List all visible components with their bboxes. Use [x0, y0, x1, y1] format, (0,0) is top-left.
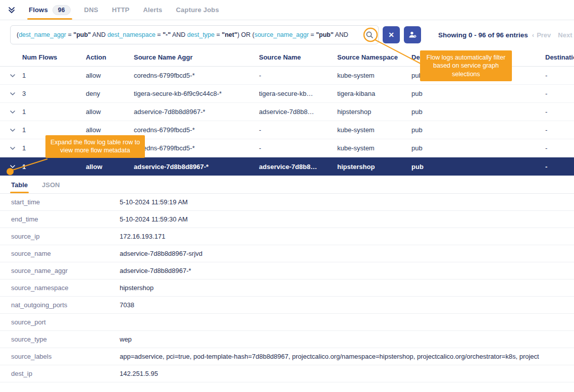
filter-settings-button[interactable]: [404, 26, 421, 43]
cell-destination-name: -: [545, 72, 574, 79]
cell-destination-name: -: [545, 126, 574, 134]
cell-source-namespace: hipstershop: [337, 108, 411, 116]
user-gear-icon: [408, 31, 417, 39]
cell-source-name: -: [259, 126, 337, 134]
expand-chevron-icon[interactable]: [10, 147, 22, 150]
tab-capture-jobs-label: Capture Jobs: [176, 6, 219, 14]
cell-action: allow: [86, 108, 134, 116]
close-icon: ✕: [388, 31, 394, 39]
table-row[interactable]: 1 allow adservice-7d8b8d8967-* adservice…: [0, 103, 574, 121]
cell-source-name-aggr: coredns-6799fbcd5-*: [134, 126, 259, 134]
tab-alerts-label: Alerts: [143, 6, 162, 14]
pagination-next[interactable]: Next›: [558, 31, 574, 39]
detail-row: source_name_aggr adservice-7d8b8d8967-*: [0, 262, 574, 279]
query-token: dest_namespace: [108, 31, 155, 38]
cell-dest-name-aggr: pub: [411, 144, 545, 152]
cell-source-name: adservice-7d8b8…: [259, 108, 337, 116]
tab-capture-jobs[interactable]: Capture Jobs: [176, 0, 219, 20]
detail-row: dest_ip 142.251.5.95: [0, 365, 574, 382]
expand-chevron-icon[interactable]: [10, 110, 22, 114]
query-token: AND: [171, 31, 187, 38]
detail-value: app=adservice, pci=true, pod-template-ha…: [120, 353, 574, 360]
chevron-left-icon: ‹: [532, 31, 534, 39]
callout-expand-hint: Expand the flow log table row to view mo…: [45, 135, 145, 158]
tab-http-label: HTTP: [112, 6, 130, 14]
header-destination-name: Destination Name: [545, 53, 574, 62]
detail-value: wep: [120, 335, 574, 343]
expand-chevron-icon[interactable]: [10, 129, 22, 132]
cell-action: deny: [86, 90, 134, 97]
tab-dns[interactable]: DNS: [84, 0, 98, 20]
detail-row: source_name adservice-7d8b8d8967-srjvd: [0, 245, 574, 262]
query-token: ) OR (: [237, 31, 254, 38]
detail-key: source_type: [11, 335, 120, 343]
detail-value: adservice-7d8b8d8967-srjvd: [120, 250, 574, 257]
query-token: "pub": [73, 31, 91, 38]
cell-source-name: tigera-secure-kb…: [259, 90, 337, 97]
top-tabs-bar: Flows 96 DNS HTTP Alerts Capture Jobs: [0, 0, 574, 20]
cell-dest-name-aggr: pub: [411, 126, 545, 134]
clear-filter-button[interactable]: ✕: [383, 26, 400, 43]
detail-key: source_namespace: [11, 284, 120, 292]
expand-chevron-icon[interactable]: [10, 74, 22, 77]
cell-action: allow: [86, 163, 134, 171]
cell-destination-name: -: [545, 163, 574, 171]
detail-tab-json[interactable]: JSON: [42, 181, 60, 193]
detail-key: source_port: [11, 318, 120, 326]
pagination-prev[interactable]: ‹Prev: [532, 31, 551, 39]
cell-num-flows: 1: [22, 72, 86, 79]
cell-destination-name: -: [545, 108, 574, 116]
query-token: dest_type: [187, 31, 215, 38]
detail-tabs: Table JSON: [0, 176, 574, 194]
detail-key: end_time: [11, 215, 120, 223]
flow-filter-input[interactable]: (dest_name_aggr = "pub" AND dest_namespa…: [10, 25, 379, 44]
cell-source-name: -: [259, 72, 337, 79]
detail-row: source_namespace hipstershop: [0, 279, 574, 297]
detail-value: adservice-7d8b8d8967-*: [120, 267, 574, 274]
header-action: Action: [86, 53, 134, 62]
cell-dest-name-aggr: pub: [411, 163, 545, 171]
query-token: dest_name_aggr: [19, 31, 66, 38]
expand-chevron-icon[interactable]: [10, 165, 22, 168]
detail-row: source_type wep: [0, 331, 574, 348]
query-token: =: [215, 31, 222, 38]
query-token: =: [309, 31, 316, 38]
cell-source-namespace: kube-system: [337, 144, 411, 152]
tab-alerts[interactable]: Alerts: [143, 0, 162, 20]
showing-entries-text: Showing 0 - 96 of 96 entries: [438, 31, 528, 39]
query-token: source_name_aggr: [254, 31, 309, 38]
detail-tab-table[interactable]: Table: [11, 181, 28, 193]
tab-flows[interactable]: Flows 96: [29, 0, 71, 20]
cell-num-flows: 1: [22, 163, 86, 171]
cell-source-name-aggr: tigera-secure-kb-6f9c9c44c8-*: [134, 90, 259, 97]
query-token: AND: [91, 31, 108, 38]
query-token: =: [155, 31, 163, 38]
search-icon[interactable]: [366, 31, 374, 39]
pagination: ‹Prev Next›: [532, 31, 574, 39]
header-source-name: Source Name: [259, 53, 337, 62]
cell-source-name: adservice-7d8b8…: [259, 163, 337, 171]
table-row[interactable]: 3 deny tigera-secure-kb-6f9c9c44c8-* tig…: [0, 85, 574, 103]
query-token: "-": [163, 31, 171, 38]
detail-row: end_time 5-10-2024 11:59:30 AM: [0, 211, 574, 228]
detail-tab-table-label: Table: [11, 181, 28, 189]
tab-flows-label: Flows: [29, 6, 48, 14]
expand-chevron-icon[interactable]: [10, 92, 22, 95]
detail-value: 172.16.193.171: [120, 233, 574, 240]
cell-source-namespace: tigera-kibana: [337, 90, 411, 97]
header-source-name-aggr: Source Name Aggr: [134, 53, 259, 62]
detail-key: nat_outgoing_ports: [11, 301, 120, 309]
collapse-chevrons-icon[interactable]: [8, 7, 15, 14]
cell-dest-name-aggr: pub: [411, 108, 545, 116]
table-row-selected[interactable]: 1 allow adservice-7d8b8d8967-* adservice…: [0, 157, 574, 176]
flow-detail-panel: Table JSON start_time 5-10-2024 11:59:19…: [0, 176, 574, 382]
next-label: Next: [558, 31, 572, 39]
detail-key: source_labels: [11, 353, 120, 360]
header-num-flows: Num Flows: [22, 53, 86, 62]
tab-http[interactable]: HTTP: [112, 0, 130, 20]
detail-value: 5-10-2024 11:59:19 AM: [120, 198, 574, 206]
detail-key: source_name: [11, 250, 120, 257]
tab-dns-label: DNS: [84, 6, 98, 14]
query-token: "net": [222, 31, 237, 38]
detail-key: dest_ip: [11, 370, 120, 377]
